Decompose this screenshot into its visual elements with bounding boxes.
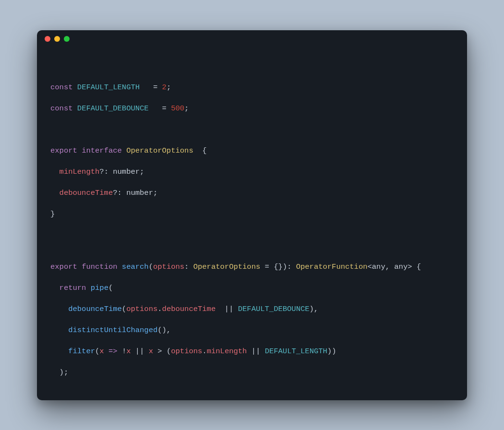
code-line: } — [50, 209, 454, 219]
text: = — [140, 83, 162, 92]
argument: x — [99, 347, 104, 356]
text: ( — [149, 263, 153, 271]
keyword: interface — [82, 146, 122, 155]
text: { — [412, 263, 421, 271]
text: > ( — [153, 347, 171, 356]
code-line: const DEFAULT_LENGTH = 2; — [50, 82, 454, 93]
type-name: OperatorOptions — [126, 146, 193, 155]
text: || — [131, 347, 149, 356]
code-line: minLength?: number; — [50, 167, 454, 177]
identifier: options — [126, 305, 157, 313]
text: . — [157, 305, 162, 313]
number: 500 — [171, 104, 184, 113]
identifier: DEFAULT_LENGTH — [77, 83, 140, 92]
text: } — [50, 400, 55, 400]
text: { — [193, 146, 207, 155]
code-line: filter(x => !x || x > (options.minLength… — [50, 346, 454, 357]
property: debounceTime — [162, 305, 216, 313]
code-window: const DEFAULT_LENGTH = 2; const DEFAULT_… — [37, 30, 467, 400]
keyword: export — [50, 263, 77, 271]
text: ! — [122, 347, 126, 356]
keyword: export — [50, 146, 77, 155]
code-line: return pipe( — [50, 283, 454, 293]
text: = {}): — [260, 263, 296, 271]
code-line: const DEFAULT_DEBOUNCE = 500; — [50, 103, 454, 114]
code-block: const DEFAULT_LENGTH = 2; const DEFAULT_… — [37, 48, 467, 400]
keyword: const — [50, 83, 73, 92]
keyword: function — [82, 263, 117, 271]
number: 2 — [162, 83, 167, 92]
zoom-icon[interactable] — [64, 36, 70, 42]
identifier: DEFAULT_DEBOUNCE — [238, 305, 310, 313]
text: (), — [157, 326, 171, 334]
titlebar — [37, 30, 467, 48]
code-line: export interface OperatorOptions { — [50, 145, 454, 156]
text: = — [149, 104, 171, 113]
keyword: const — [50, 104, 73, 113]
type-name: OperatorFunction — [296, 263, 368, 271]
text: ); — [60, 368, 69, 377]
text: ( — [122, 305, 126, 313]
code-line: } — [50, 399, 454, 400]
text: : — [184, 263, 193, 271]
text: ( — [108, 284, 113, 292]
argument: options — [153, 263, 184, 271]
code-line: distinctUntilChanged(), — [50, 325, 454, 335]
function-call: filter — [68, 347, 95, 356]
identifier: DEFAULT_LENGTH — [265, 347, 327, 356]
text: || — [216, 305, 238, 313]
function-call: distinctUntilChanged — [68, 326, 157, 334]
keyword: return — [60, 284, 86, 292]
text: ), — [310, 305, 319, 313]
text: || — [247, 347, 264, 356]
text: <any, any> — [368, 263, 412, 271]
code-line: ); — [50, 367, 454, 378]
identifier: x — [149, 347, 153, 356]
identifier: x — [126, 347, 131, 356]
text: ?: number; — [113, 189, 157, 197]
code-line: debounceTime?: number; — [50, 188, 454, 198]
text: ?: number; — [99, 167, 144, 176]
code-line: export function search(options: Operator… — [50, 262, 454, 272]
property: debounceTime — [60, 189, 113, 197]
function-name: search — [122, 263, 149, 271]
text: ( — [95, 347, 99, 356]
function-call: pipe — [91, 284, 108, 292]
identifier: options — [171, 347, 202, 356]
close-icon[interactable] — [45, 36, 50, 42]
text: . — [202, 347, 206, 356]
property: minLength — [60, 167, 100, 176]
arrow: => — [104, 347, 122, 356]
text: ; — [167, 83, 171, 92]
property: minLength — [207, 347, 247, 356]
code-line: debounceTime(options.debounceTime || DEF… — [50, 304, 454, 314]
minimize-icon[interactable] — [54, 36, 60, 42]
function-call: debounceTime — [68, 305, 122, 313]
text: } — [50, 210, 55, 218]
type-name: OperatorOptions — [193, 263, 261, 271]
identifier: DEFAULT_DEBOUNCE — [77, 104, 149, 113]
text: )) — [327, 347, 336, 356]
text: ; — [184, 104, 189, 113]
